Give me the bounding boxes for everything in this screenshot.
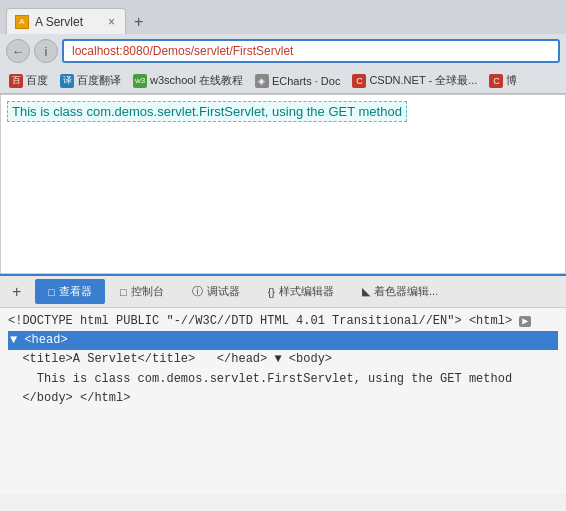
devtools-tab-shader[interactable]: ◣ 着色器编辑...	[349, 279, 451, 304]
browser-tab[interactable]: A A Servlet ×	[6, 8, 126, 34]
tab-close-button[interactable]: ×	[108, 15, 115, 29]
address-input-wrap	[62, 39, 560, 63]
back-icon: ←	[12, 44, 25, 59]
shader-label: 着色器编辑...	[374, 284, 438, 299]
code-line-html-close: </html>	[80, 391, 130, 405]
code-line-head-close: </head>	[202, 352, 267, 366]
inspector-label: 查看器	[59, 284, 92, 299]
bookmark-fanyi-label: 百度翻译	[77, 73, 121, 88]
page-content: This is class com.demos.servlet.FirstSer…	[0, 94, 566, 274]
devtools-tab-debugger[interactable]: ⓘ 调试器	[179, 279, 253, 304]
bookmark-fanyi[interactable]: 译 百度翻译	[57, 72, 124, 89]
bookmark-echarts-icon: ◈	[255, 74, 269, 88]
bookmark-csdn[interactable]: C CSDN.NET - 全球最...	[349, 72, 480, 89]
devtools-panel: + □ 查看器 □ 控制台 ⓘ 调试器 {} 样式编辑器 ◣ 着色器编辑... …	[0, 274, 566, 494]
info-button[interactable]: i	[34, 39, 58, 63]
code-line-body-close: </body>	[8, 391, 73, 405]
bookmark-w3school-label: w3school 在线教程	[150, 73, 243, 88]
shader-icon: ◣	[362, 285, 370, 298]
code-line-body-content: This is class com.demos.servlet.FirstSer…	[8, 372, 512, 386]
back-button[interactable]: ←	[6, 39, 30, 63]
bookmark-baidu-icon: 百	[9, 74, 23, 88]
code-line-title: <title>A Servlet</title>	[8, 352, 195, 366]
console-label: 控制台	[131, 284, 164, 299]
devtools-add-button[interactable]: +	[4, 279, 29, 305]
debugger-icon: ⓘ	[192, 284, 203, 299]
page-main-text: This is class com.demos.servlet.FirstSer…	[7, 101, 407, 122]
bookmark-w3school-icon: w3	[133, 74, 147, 88]
style-editor-icon: {}	[268, 286, 275, 298]
bookmark-bo-label: 博	[506, 73, 517, 88]
bookmark-fanyi-icon: 译	[60, 74, 74, 88]
style-editor-label: 样式编辑器	[279, 284, 334, 299]
bookmark-baidu-label: 百度	[26, 73, 48, 88]
devtools-tab-style-editor[interactable]: {} 样式编辑器	[255, 279, 347, 304]
devtools-code-view: <!DOCTYPE html PUBLIC "-//W3C//DTD HTML …	[0, 308, 566, 496]
bookmark-w3school[interactable]: w3 w3school 在线教程	[130, 72, 246, 89]
new-tab-button[interactable]: +	[126, 10, 151, 34]
bookmark-bo[interactable]: C 博	[486, 72, 520, 89]
bookmark-csdn-label: CSDN.NET - 全球最...	[369, 73, 477, 88]
code-line-doctype: <!DOCTYPE html PUBLIC "-//W3C//DTD HTML …	[8, 314, 462, 328]
tab-favicon: A	[15, 15, 29, 29]
devtools-tab-console[interactable]: □ 控制台	[107, 279, 177, 304]
bookmark-csdn-icon: C	[352, 74, 366, 88]
info-icon: i	[45, 44, 48, 59]
address-input[interactable]	[62, 39, 560, 63]
console-icon: □	[120, 286, 127, 298]
browser-chrome: A A Servlet × + ← i 百 百度 译 百度翻译 w3 w3sch…	[0, 0, 566, 94]
address-bar-row: ← i	[0, 34, 566, 68]
inspector-icon: □	[48, 286, 55, 298]
code-line-head-open[interactable]: ▼ <head>	[8, 331, 558, 350]
bookmark-echarts-label: ECharts · Doc	[272, 75, 340, 87]
code-line-html: <html> ▶	[469, 314, 531, 328]
bookmarks-bar: 百 百度 译 百度翻译 w3 w3school 在线教程 ◈ ECharts ·…	[0, 68, 566, 94]
tab-title: A Servlet	[35, 15, 83, 29]
bookmark-echarts[interactable]: ◈ ECharts · Doc	[252, 73, 343, 89]
debugger-label: 调试器	[207, 284, 240, 299]
devtools-tab-inspector[interactable]: □ 查看器	[35, 279, 105, 304]
bookmark-bo-icon: C	[489, 74, 503, 88]
code-line-body-open: ▼ <body>	[274, 352, 332, 366]
devtools-tab-bar: + □ 查看器 □ 控制台 ⓘ 调试器 {} 样式编辑器 ◣ 着色器编辑...	[0, 276, 566, 308]
tab-bar: A A Servlet × +	[0, 0, 566, 34]
bookmark-baidu[interactable]: 百 百度	[6, 72, 51, 89]
